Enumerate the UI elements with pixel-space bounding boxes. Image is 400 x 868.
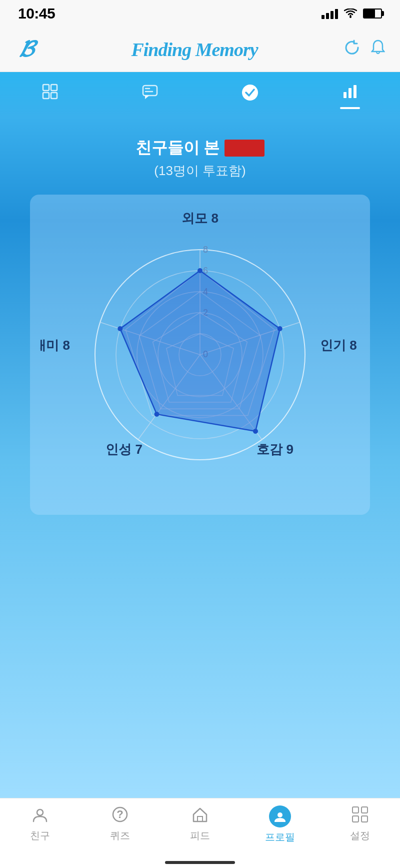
bottom-nav: 친구 ? 퀴즈 피드 프로필 (0, 798, 400, 868)
tab-chat[interactable] (100, 81, 200, 100)
logo-icon: 𝓑 (15, 35, 45, 65)
svg-point-31 (278, 812, 282, 817)
tab-stats[interactable] (300, 81, 400, 100)
battery-icon (363, 9, 382, 19)
svg-rect-4 (43, 93, 49, 99)
stats-title: 친구들이 본 (136, 137, 265, 159)
nav-feed-label: 피드 (190, 829, 210, 842)
wifi-icon (344, 9, 357, 19)
nav-profile-label: 프로필 (265, 830, 295, 844)
svg-text:𝓑: 𝓑 (19, 36, 38, 62)
tab-grid[interactable] (0, 81, 100, 100)
nav-quiz[interactable]: ? 퀴즈 (80, 805, 160, 842)
svg-rect-5 (51, 93, 57, 99)
vote-count: (13명이 투표함) (154, 162, 246, 180)
svg-point-27 (37, 809, 43, 815)
nav-quiz-label: 퀴즈 (110, 829, 130, 842)
svg-rect-32 (352, 807, 358, 813)
status-icons (322, 8, 382, 19)
point-bottom-left (154, 412, 160, 417)
nav-profile[interactable]: 프로필 (240, 805, 320, 844)
refresh-icon[interactable] (344, 40, 360, 59)
nav-feed[interactable]: 피드 (160, 805, 240, 842)
svg-point-0 (350, 16, 352, 18)
label-bottom-right: 호감 9 (256, 442, 294, 457)
app-header: 𝓑 Finding Memory (0, 27, 400, 72)
point-left (118, 326, 122, 331)
nav-friends-label: 친구 (30, 829, 50, 842)
nav-settings[interactable]: 설정 (320, 805, 400, 842)
svg-rect-3 (51, 85, 57, 91)
settings-icon (351, 805, 369, 826)
home-indicator (165, 861, 235, 864)
point-right (278, 326, 282, 331)
main-content: 친구들이 본 (13명이 투표함) 외모 8 인기 8 호감 9 인성 7 재미… (0, 117, 400, 807)
scale-8: 8 (203, 245, 208, 255)
svg-point-9 (242, 85, 258, 101)
tab-check[interactable] (200, 81, 300, 102)
radar-data-polygon (120, 271, 280, 431)
label-left: 재미 8 (40, 338, 70, 353)
svg-rect-12 (354, 85, 356, 98)
svg-rect-33 (362, 807, 368, 813)
status-bar: 10:45 (0, 0, 400, 27)
stats-title-text: 친구들이 본 (136, 137, 220, 159)
friends-icon (31, 805, 49, 826)
point-bottom-right (253, 429, 258, 434)
svg-rect-11 (348, 88, 352, 98)
radar-chart-svg: 외모 8 인기 8 호감 9 인성 7 재미 8 8 (40, 205, 360, 505)
svg-rect-34 (352, 816, 358, 822)
signal-icon (322, 8, 338, 19)
label-top: 외모 8 (182, 211, 218, 226)
svg-text:?: ? (116, 808, 123, 820)
label-bottom-left: 인성 7 (106, 442, 142, 457)
svg-rect-2 (43, 85, 49, 91)
status-time: 10:45 (18, 5, 55, 22)
point-top (198, 268, 202, 273)
app-title: Finding Memory (131, 39, 258, 61)
svg-rect-30 (198, 816, 202, 821)
svg-rect-35 (362, 816, 368, 822)
quiz-icon: ? (111, 805, 129, 826)
header-actions (344, 40, 385, 59)
nav-friends[interactable]: 친구 (0, 805, 80, 842)
profile-icon (269, 805, 291, 827)
top-tab-bar (0, 72, 400, 117)
redacted-name (224, 140, 264, 157)
bell-icon[interactable] (371, 40, 385, 59)
svg-rect-10 (344, 92, 346, 98)
nav-settings-label: 설정 (350, 829, 370, 842)
feed-icon (191, 805, 209, 826)
svg-rect-6 (143, 86, 157, 96)
radar-chart-container: 외모 8 인기 8 호감 9 인성 7 재미 8 8 (30, 195, 370, 515)
label-right: 인기 8 (320, 338, 357, 353)
